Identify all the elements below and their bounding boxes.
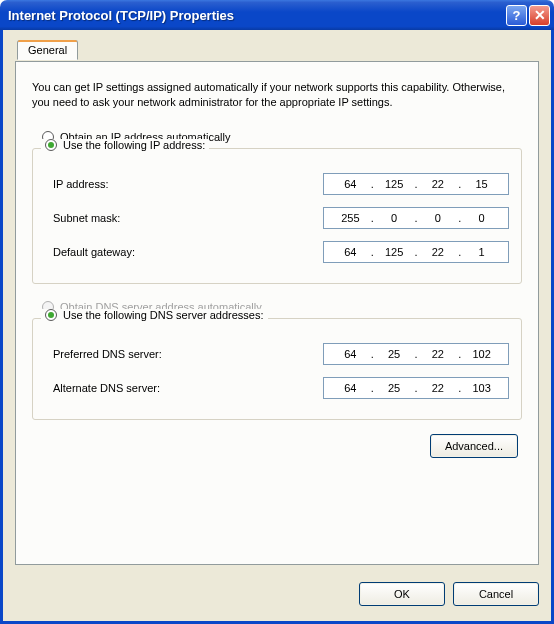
ok-button[interactable]: OK <box>359 582 445 606</box>
dialog-buttons: OK Cancel <box>15 582 539 606</box>
label-default-gateway: Default gateway: <box>53 246 323 258</box>
radio-label: Use the following DNS server addresses: <box>63 309 264 321</box>
row-alternate-dns: Alternate DNS server: 64. 25. 22. 103 <box>53 371 509 405</box>
radio-ip-manual[interactable]: Use the following IP address: <box>41 139 209 151</box>
radio-icon <box>45 309 57 321</box>
advanced-row: Advanced... <box>32 434 522 458</box>
radio-icon <box>45 139 57 151</box>
row-ip-address: IP address: 64. 125. 22. 15 <box>53 167 509 201</box>
tab-strip: General <box>15 40 539 62</box>
row-subnet-mask: Subnet mask: 255. 0. 0. 0 <box>53 201 509 235</box>
help-icon: ? <box>513 8 521 23</box>
intro-text: You can get IP settings assigned automat… <box>32 80 522 110</box>
label-alternate-dns: Alternate DNS server: <box>53 382 323 394</box>
dns-fieldset: Use the following DNS server addresses: … <box>32 318 522 420</box>
label-preferred-dns: Preferred DNS server: <box>53 348 323 360</box>
ip-fieldset: Use the following IP address: IP address… <box>32 148 522 284</box>
input-preferred-dns[interactable]: 64. 25. 22. 102 <box>323 343 509 365</box>
advanced-button[interactable]: Advanced... <box>430 434 518 458</box>
input-alternate-dns[interactable]: 64. 25. 22. 103 <box>323 377 509 399</box>
input-ip-address[interactable]: 64. 125. 22. 15 <box>323 173 509 195</box>
dialog-content: General You can get IP settings assigned… <box>0 30 554 624</box>
cancel-button[interactable]: Cancel <box>453 582 539 606</box>
tab-panel-general: You can get IP settings assigned automat… <box>15 61 539 565</box>
radio-label: Use the following IP address: <box>63 139 205 151</box>
titlebar-buttons: ? ✕ <box>506 5 550 26</box>
close-button[interactable]: ✕ <box>529 5 550 26</box>
help-button[interactable]: ? <box>506 5 527 26</box>
window-title: Internet Protocol (TCP/IP) Properties <box>8 8 506 23</box>
titlebar: Internet Protocol (TCP/IP) Properties ? … <box>0 0 554 30</box>
input-subnet-mask[interactable]: 255. 0. 0. 0 <box>323 207 509 229</box>
tab-general[interactable]: General <box>17 40 78 60</box>
close-icon: ✕ <box>534 7 546 23</box>
input-default-gateway[interactable]: 64. 125. 22. 1 <box>323 241 509 263</box>
row-preferred-dns: Preferred DNS server: 64. 25. 22. 102 <box>53 337 509 371</box>
row-default-gateway: Default gateway: 64. 125. 22. 1 <box>53 235 509 269</box>
label-ip-address: IP address: <box>53 178 323 190</box>
label-subnet-mask: Subnet mask: <box>53 212 323 224</box>
radio-dns-manual[interactable]: Use the following DNS server addresses: <box>41 309 268 321</box>
